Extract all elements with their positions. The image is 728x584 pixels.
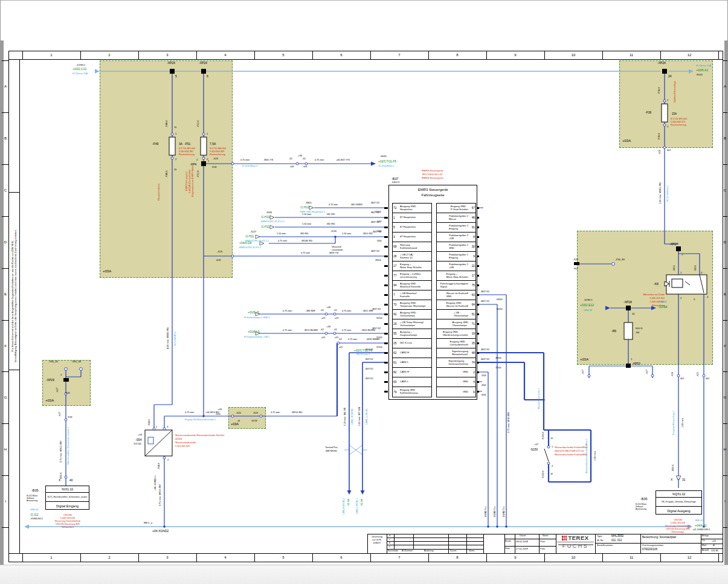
schematic-label: -X19Kl:1 (76, 64, 85, 66)
schematic-label: CAN1_H (MOB) (352, 408, 354, 425)
grid-tick (718, 51, 719, 59)
schematic-label: +06-W17 /YS (336, 159, 350, 162)
schematic-label: +04/4.D8 (239, 242, 251, 245)
grid-tick (384, 313, 388, 315)
schematic-label: -X2 (333, 310, 337, 312)
grid-index: 2 (108, 556, 110, 559)
schematic-label: H Vorheizlampe 2 GND,1 (244, 317, 270, 319)
grid-index: B (4, 136, 7, 140)
schematic-label: 0.75 mm² (185, 412, 195, 414)
schematic-label: -S54:X (149, 419, 151, 426)
grid-tick (2, 112, 8, 113)
schematic-label: +04 (138, 434, 142, 436)
schematic-label: 0.75 mm² -W30 /BN (508, 412, 511, 433)
schematic-label: -B37:X2 (370, 211, 379, 214)
grid-tick (254, 51, 255, 59)
schematic-label: 2 (196, 159, 198, 161)
grid-tick (384, 362, 388, 364)
schematic-label: -XGND Tca (503, 506, 506, 518)
schematic-label: 2 (175, 158, 176, 161)
grid-tick (660, 553, 661, 562)
schematic-label: -F49:X (166, 170, 169, 177)
schematic-label: 0.75 mm² (271, 412, 280, 414)
grid-index: H (724, 448, 726, 451)
schematic-label: 0.75 mm² (283, 310, 292, 313)
schematic-label: 131 Bl. (711, 550, 718, 552)
schematic-label: Kl.15 EMR3,1 (175, 331, 177, 345)
schematic-label: Name (543, 535, 549, 537)
schematic-label: 5.501.661.905 (175, 446, 190, 448)
schematic-label: -X27 (646, 370, 649, 374)
emr3-pin-row: 46Pedalwertgeber 2Masse (437, 213, 475, 223)
schematic-label: u29 (321, 318, 325, 320)
schematic-label: +04/A.J1 (695, 524, 707, 527)
schematic-label: 1 (156, 426, 157, 428)
emr3-pin-row: 22Pedalwertgeber 1+UB (437, 262, 475, 271)
io-box-digital-output: %QX1.02 K8_Freigabe_Getriebe_Klimaanlage… (656, 490, 702, 515)
schematic-label: ändern! (373, 542, 381, 545)
schematic-label: 3/64 (377, 240, 381, 243)
schematic-label: -F36:X (659, 133, 661, 140)
schematic-label: -S150:X (543, 470, 545, 479)
schematic-label: -XGND1Kl:2 (30, 518, 43, 521)
grid-index: F (4, 344, 7, 348)
grid-tick (723, 371, 727, 372)
schematic-label: -X23 (217, 251, 222, 253)
schematic-label: 1.50 mm² (277, 233, 286, 236)
schematic-label: 27.01.2009 (516, 548, 528, 550)
emr3-red-header: EMR3 Steuergerät (422, 170, 443, 172)
schematic-label: Klimaanlage (672, 531, 685, 534)
grid-tick (370, 553, 371, 562)
schematic-label: 63/64 (497, 299, 503, 301)
schematic-label: b (389, 542, 390, 545)
grid-tick (2, 320, 8, 321)
schematic-label: -X23 (253, 412, 258, 414)
grid-tick (544, 553, 545, 562)
schematic-label: 2/64 (482, 375, 486, 377)
grid-tick (138, 553, 139, 562)
schematic-label: -W18 /WHBU (366, 339, 380, 341)
schematic-label: 602 (574, 268, 578, 271)
schematic-label: u06 (290, 166, 294, 168)
schematic-label: Anzahl (702, 550, 709, 552)
emr3-pin-row: 7+ UB MotorlaufKontrolle (393, 290, 431, 300)
schematic-label: u06 (303, 166, 307, 168)
schematic-label: a (389, 546, 390, 548)
grid-index: D (4, 240, 7, 244)
schematic-label: +03A (622, 139, 631, 143)
schematic-label: -B35 (31, 489, 39, 493)
schematic-label: /2.J12 (30, 513, 39, 516)
grid-tick (428, 51, 429, 59)
schematic-label: 42043i (175, 438, 182, 441)
grid-tick (384, 207, 388, 209)
grid-tick (80, 553, 81, 562)
schematic-label: 5 (694, 298, 695, 301)
schematic-label: -X2 (289, 158, 292, 161)
emr3-pin-row: 4GND (437, 377, 475, 387)
schematic-label: -X23 (213, 158, 218, 160)
grid-index: F (724, 344, 726, 348)
schematic-label: -W10B /RD (301, 240, 312, 243)
schematic-label: /1.H10 (261, 216, 270, 219)
emr3-pin-row: 64Eingang GNDWasser im Kraftstoff (437, 300, 475, 310)
schematic-label: 1 (207, 133, 208, 135)
grid-index: 12 (688, 556, 692, 559)
schematic-label: -X27 (59, 412, 62, 417)
emr3-pin-row: 587 Hauptrelais (393, 223, 431, 233)
grid-index: 2 (108, 53, 110, 57)
pdf-viewer-window: Für dieses Dokument und den darin darges… (0, 0, 728, 584)
schematic-label: -X30_84 (615, 258, 625, 261)
schematic-label: -S150:X (543, 432, 545, 440)
emr3-pin-row: 25ISO K-Line (393, 339, 431, 348)
schematic-label: 40 (69, 479, 73, 482)
schematic-label: -W05 /YS (263, 159, 273, 162)
grid-tick (723, 475, 727, 476)
schematic-label: H Diagnoselampe +UB,1 (244, 336, 269, 339)
schematic-label: -B37:X2 (480, 358, 489, 361)
grid-index: 4 (224, 556, 226, 559)
emr3-pin-row: 29+ UB Temp.Warnung/Vorheizlampe (393, 319, 431, 329)
emr3-pin-table-right: 57Eingang GNDP-Grad Schalter46Pedalwertg… (436, 203, 476, 397)
schematic-label: -W2 /RD (326, 223, 335, 226)
schematic-label: 1.50 mm² (342, 233, 352, 236)
schematic-label: 1 (60, 374, 62, 376)
